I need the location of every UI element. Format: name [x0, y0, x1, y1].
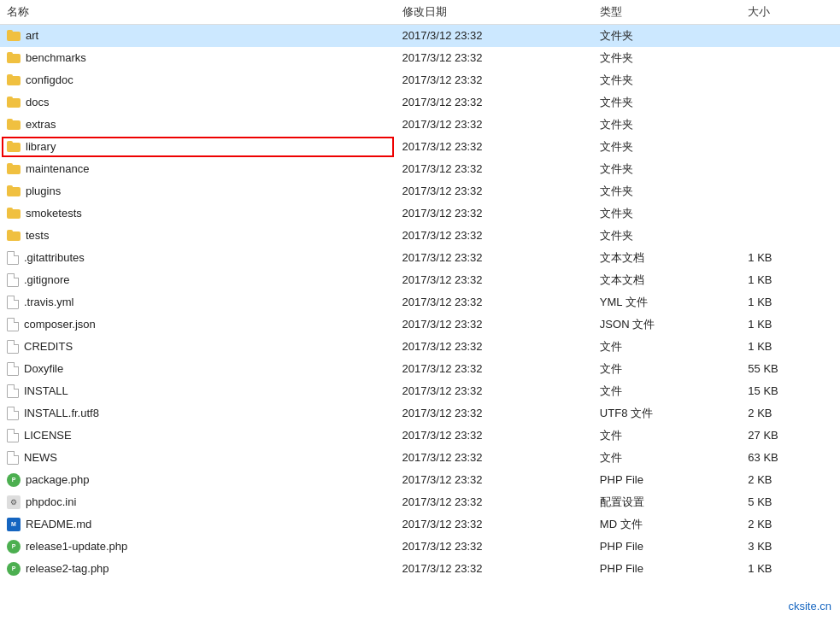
file-date: 2017/3/12 23:32: [396, 136, 593, 158]
table-row[interactable]: LICENSE2017/3/12 23:32文件27 KB: [0, 425, 840, 447]
file-icon: [7, 296, 19, 309]
folder-icon: [7, 230, 21, 241]
file-type: 文件夹: [593, 25, 741, 47]
file-type: 文件夹: [593, 136, 741, 158]
table-row[interactable]: INSTALL2017/3/12 23:32文件15 KB: [0, 380, 840, 402]
folder-icon: [7, 30, 21, 41]
table-row[interactable]: ⚙phpdoc.ini2017/3/12 23:32配置设置5 KB: [0, 491, 840, 513]
folder-icon: [7, 185, 21, 196]
file-type: PHP File: [593, 469, 741, 491]
table-row[interactable]: art2017/3/12 23:32文件夹: [0, 25, 840, 47]
table-row[interactable]: plugins2017/3/12 23:32文件夹: [0, 180, 840, 202]
file-icon: [7, 251, 19, 265]
file-type: 文件: [593, 358, 741, 380]
file-type: JSON 文件: [593, 313, 741, 336]
file-size: 1 KB: [741, 558, 840, 580]
table-row[interactable]: Prelease1-update.php2017/3/12 23:32PHP F…: [0, 536, 840, 558]
php-icon: P: [7, 562, 21, 576]
table-row[interactable]: Ppackage.php2017/3/12 23:32PHP File2 KB: [0, 469, 840, 491]
col-header-size[interactable]: 大小: [741, 0, 840, 25]
col-header-name[interactable]: 名称: [0, 0, 396, 25]
file-icon: [7, 384, 19, 398]
file-size: 63 KB: [741, 447, 840, 469]
folder-icon: [7, 119, 21, 130]
file-name: smoketests: [26, 207, 82, 220]
folder-icon: [7, 208, 21, 219]
file-name: release1-update.php: [26, 540, 127, 553]
table-row[interactable]: Prelease2-tag.php2017/3/12 23:32PHP File…: [0, 558, 840, 580]
table-row[interactable]: docs2017/3/12 23:32文件夹: [0, 91, 840, 114]
file-name: configdoc: [26, 73, 73, 86]
file-date: 2017/3/12 23:32: [396, 225, 593, 247]
file-size: 1 KB: [741, 336, 840, 358]
table-row[interactable]: extras2017/3/12 23:32文件夹: [0, 114, 840, 136]
folder-icon: [7, 97, 21, 108]
table-row[interactable]: .travis.yml2017/3/12 23:32YML 文件1 KB: [0, 291, 840, 313]
file-icon: [7, 362, 19, 376]
file-name: phpdoc.ini: [26, 495, 76, 508]
file-type: 文件: [593, 380, 741, 402]
table-row[interactable]: tests2017/3/12 23:32文件夹: [0, 225, 840, 247]
table-row[interactable]: smoketests2017/3/12 23:32文件夹: [0, 202, 840, 225]
file-type: 文件: [593, 425, 741, 447]
file-size: [741, 114, 840, 136]
file-name: .gitattributes: [24, 251, 85, 264]
md-icon: M: [7, 518, 21, 531]
file-type: 文件夹: [593, 69, 741, 91]
file-date: 2017/3/12 23:32: [396, 402, 593, 425]
file-size: 2 KB: [741, 402, 840, 425]
file-type: 配置设置: [593, 491, 741, 513]
file-size: [741, 180, 840, 202]
file-name: LICENSE: [24, 429, 72, 442]
table-row[interactable]: INSTALL.fr.utf82017/3/12 23:32UTF8 文件2 K…: [0, 402, 840, 425]
file-name: maintenance: [26, 162, 89, 175]
file-size: [741, 47, 840, 69]
table-row[interactable]: composer.json2017/3/12 23:32JSON 文件1 KB: [0, 313, 840, 336]
file-type: 文本文档: [593, 247, 741, 269]
file-date: 2017/3/12 23:32: [396, 447, 593, 469]
file-icon: [7, 273, 19, 287]
file-name: composer.json: [24, 318, 96, 331]
table-row[interactable]: NEWS2017/3/12 23:32文件63 KB: [0, 447, 840, 469]
file-name: library: [26, 140, 56, 153]
folder-icon: [7, 74, 21, 85]
file-date: 2017/3/12 23:32: [396, 358, 593, 380]
file-type: PHP File: [593, 558, 741, 580]
file-date: 2017/3/12 23:32: [396, 269, 593, 291]
table-row[interactable]: MREADME.md2017/3/12 23:32MD 文件2 KB: [0, 513, 840, 536]
file-type: YML 文件: [593, 291, 741, 313]
file-date: 2017/3/12 23:32: [396, 291, 593, 313]
folder-icon: [7, 52, 21, 63]
folder-icon: [7, 141, 21, 152]
file-size: [741, 202, 840, 225]
file-date: 2017/3/12 23:32: [396, 336, 593, 358]
table-row[interactable]: CREDITS2017/3/12 23:32文件1 KB: [0, 336, 840, 358]
col-header-date[interactable]: 修改日期: [396, 0, 593, 25]
file-date: 2017/3/12 23:32: [396, 114, 593, 136]
file-name: CREDITS: [24, 340, 73, 353]
col-header-type[interactable]: 类型: [593, 0, 741, 25]
file-type: 文件夹: [593, 158, 741, 180]
file-date: 2017/3/12 23:32: [396, 180, 593, 202]
file-size: 15 KB: [741, 380, 840, 402]
table-row[interactable]: maintenance2017/3/12 23:32文件夹: [0, 158, 840, 180]
file-date: 2017/3/12 23:32: [396, 202, 593, 225]
file-size: [741, 136, 840, 158]
table-header: 名称 修改日期 类型 大小: [0, 0, 840, 25]
file-name: .gitignore: [24, 273, 69, 286]
file-date: 2017/3/12 23:32: [396, 313, 593, 336]
file-type: 文件夹: [593, 114, 741, 136]
php-icon: P: [7, 473, 21, 487]
file-date: 2017/3/12 23:32: [396, 380, 593, 402]
file-date: 2017/3/12 23:32: [396, 25, 593, 47]
table-row[interactable]: .gitattributes2017/3/12 23:32文本文档1 KB: [0, 247, 840, 269]
table-row[interactable]: benchmarks2017/3/12 23:32文件夹: [0, 47, 840, 69]
table-row[interactable]: .gitignore2017/3/12 23:32文本文档1 KB: [0, 269, 840, 291]
file-size: 3 KB: [741, 536, 840, 558]
table-row[interactable]: Doxyfile2017/3/12 23:32文件55 KB: [0, 358, 840, 380]
table-row[interactable]: library2017/3/12 23:32文件夹: [0, 136, 840, 158]
file-name: tests: [26, 229, 49, 242]
table-row[interactable]: configdoc2017/3/12 23:32文件夹: [0, 69, 840, 91]
file-date: 2017/3/12 23:32: [396, 469, 593, 491]
file-name: benchmarks: [26, 51, 86, 64]
